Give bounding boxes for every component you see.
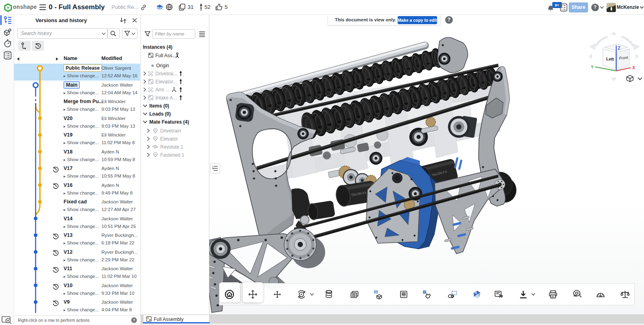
svg-text:Left: Left xyxy=(606,56,615,62)
svg-text:X: X xyxy=(632,66,635,70)
svg-text:Z: Z xyxy=(618,46,620,50)
svg-text:Y: Y xyxy=(591,65,594,69)
svg-text:Front: Front xyxy=(619,55,628,60)
